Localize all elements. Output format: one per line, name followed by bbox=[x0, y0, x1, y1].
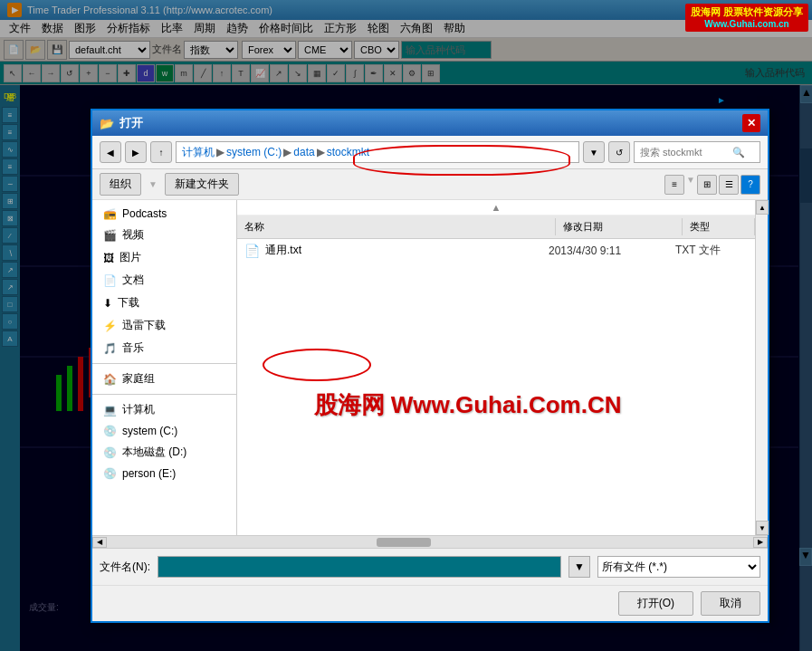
breadcrumb-computer[interactable]: 计算机 bbox=[182, 145, 215, 160]
dialog-bottom: 文件名(N): ▼ 所有文件 (*.*) bbox=[92, 548, 768, 585]
file-date-cell: 2013/4/30 9:11 bbox=[549, 244, 675, 257]
left-panel: 📻 Podcasts 🎬 视频 🖼 图片 📄 文档 ⬇ 下载 ⚡ 迅雷下载 bbox=[92, 200, 237, 535]
panel-drive-c[interactable]: 💿 system (C:) bbox=[92, 421, 236, 441]
view-icons: ≡ ▼ ⊞ ☰ ? bbox=[664, 175, 760, 195]
filetype-select[interactable]: 所有文件 (*.*) bbox=[597, 556, 760, 578]
drive-e-icon: 💿 bbox=[103, 467, 117, 480]
vscroll-up[interactable]: ▲ bbox=[756, 200, 769, 215]
help-button[interactable]: ? bbox=[740, 175, 760, 195]
cancel-button[interactable]: 取消 bbox=[701, 591, 760, 616]
col-name[interactable]: 名称 bbox=[237, 218, 556, 235]
music-icon: 🎵 bbox=[103, 342, 117, 355]
hscroll-thumb[interactable] bbox=[377, 538, 431, 547]
downloads-icon: ⬇ bbox=[103, 297, 112, 310]
right-panel: ▲ 名称 修改日期 类型 📄 通用.txt 2013/4/30 9:11 TXT… bbox=[237, 200, 755, 535]
panel-homegroup[interactable]: 🏠 家庭组 bbox=[92, 368, 236, 390]
col-type[interactable]: 类型 bbox=[683, 218, 755, 235]
file-txt-icon: 📄 bbox=[244, 244, 260, 258]
breadcrumb: 计算机 ▶ system (C:) ▶ data ▶ stockmkt bbox=[176, 141, 579, 163]
pictures-icon: 🖼 bbox=[103, 252, 114, 264]
breadcrumb-stockmkt[interactable]: stockmkt bbox=[327, 146, 369, 158]
nav-dropdown-button[interactable]: ▼ bbox=[583, 141, 605, 163]
panel-documents[interactable]: 📄 文档 bbox=[92, 269, 236, 292]
documents-icon: 📄 bbox=[103, 274, 117, 287]
open-button[interactable]: 打开(O) bbox=[618, 591, 693, 616]
file-type-cell: TXT 文件 bbox=[675, 243, 748, 258]
view-dropdown[interactable]: ▼ bbox=[686, 175, 695, 195]
panel-video[interactable]: 🎬 视频 bbox=[92, 224, 236, 246]
file-name-text: 通用.txt bbox=[265, 243, 301, 258]
panel-downloads[interactable]: ⬇ 下载 bbox=[92, 292, 236, 314]
sort-arrow: ▲ bbox=[237, 200, 755, 215]
nav-refresh-button[interactable]: ↺ bbox=[608, 141, 630, 163]
drive-c-icon: 💿 bbox=[103, 425, 117, 437]
vscroll-track bbox=[756, 215, 768, 521]
nav-back-button[interactable]: ◀ bbox=[100, 141, 121, 163]
vscroll-down[interactable]: ▼ bbox=[756, 521, 769, 535]
search-box[interactable]: 🔍 bbox=[634, 141, 760, 163]
nav-forward-button[interactable]: ▶ bbox=[125, 141, 147, 163]
filename-label: 文件名(N): bbox=[100, 560, 150, 575]
computer-icon: 💻 bbox=[103, 404, 117, 416]
dialog-actions: 打开(O) 取消 bbox=[92, 585, 768, 621]
search-icon: 🔍 bbox=[732, 147, 745, 158]
file-list-header: 名称 修改日期 类型 bbox=[237, 215, 755, 239]
panel-drive-d[interactable]: 💿 本地磁盘 (D:) bbox=[92, 441, 236, 464]
file-name-cell: 📄 通用.txt bbox=[244, 243, 549, 258]
watermark: 股海网 股票软件资源分享 Www.Guhai.com.cn bbox=[685, 4, 808, 32]
panel-computer[interactable]: 💻 计算机 bbox=[92, 398, 236, 421]
drive-d-icon: 💿 bbox=[103, 446, 117, 459]
thunder-icon: ⚡ bbox=[103, 320, 117, 332]
nav-up-button[interactable]: ↑ bbox=[150, 141, 172, 163]
video-icon: 🎬 bbox=[103, 229, 117, 242]
breadcrumb-data[interactable]: data bbox=[293, 146, 314, 158]
dialog-content: 📻 Podcasts 🎬 视频 🖼 图片 📄 文档 ⬇ 下载 ⚡ 迅雷下载 bbox=[92, 200, 768, 535]
panel-thunder[interactable]: ⚡ 迅雷下载 bbox=[92, 314, 236, 337]
panel-podcasts[interactable]: 📻 Podcasts bbox=[92, 204, 236, 224]
dialog-title: 打开 bbox=[119, 115, 742, 131]
h-scroll[interactable]: ◀ ▶ bbox=[92, 535, 768, 548]
search-input[interactable] bbox=[640, 147, 731, 158]
view-large-icon-button[interactable]: ⊞ bbox=[697, 175, 717, 195]
file-dialog: 📂 打开 ✕ ◀ ▶ ↑ 计算机 ▶ system (C:) ▶ data ▶ … bbox=[91, 109, 769, 623]
panel-pictures[interactable]: 🖼 图片 bbox=[92, 246, 236, 269]
podcasts-icon: 📻 bbox=[103, 207, 117, 220]
hscroll-right[interactable]: ▶ bbox=[753, 537, 768, 548]
address-bar: ◀ ▶ ↑ 计算机 ▶ system (C:) ▶ data ▶ stockmk… bbox=[92, 136, 768, 169]
dialog-title-bar: 📂 打开 ✕ bbox=[92, 110, 768, 136]
organize-button[interactable]: 组织 bbox=[100, 173, 141, 196]
file-list-vscroll[interactable]: ▲ ▼ bbox=[755, 200, 768, 535]
dialog-close-button[interactable]: ✕ bbox=[742, 114, 760, 132]
homegroup-icon: 🏠 bbox=[103, 373, 117, 386]
dialog-title-icon: 📂 bbox=[100, 117, 114, 130]
view-list-button[interactable]: ≡ bbox=[664, 175, 684, 195]
organize-dropdown[interactable]: ▼ bbox=[148, 179, 158, 189]
hscroll-left[interactable]: ◀ bbox=[92, 537, 107, 548]
view-details-button[interactable]: ☰ bbox=[719, 175, 739, 195]
new-folder-button[interactable]: 新建文件夹 bbox=[165, 173, 239, 196]
filename-input[interactable] bbox=[158, 556, 561, 578]
panel-drive-e[interactable]: 💿 person (E:) bbox=[92, 464, 236, 483]
dialog-toolbar: 组织 ▼ 新建文件夹 ≡ ▼ ⊞ ☰ ? bbox=[92, 169, 768, 200]
filename-dropdown[interactable]: ▼ bbox=[568, 556, 590, 578]
col-date[interactable]: 修改日期 bbox=[556, 218, 683, 235]
file-row[interactable]: 📄 通用.txt 2013/4/30 9:11 TXT 文件 bbox=[237, 239, 755, 262]
breadcrumb-drive-c[interactable]: system (C:) bbox=[226, 146, 282, 158]
panel-music[interactable]: 🎵 音乐 bbox=[92, 337, 236, 359]
